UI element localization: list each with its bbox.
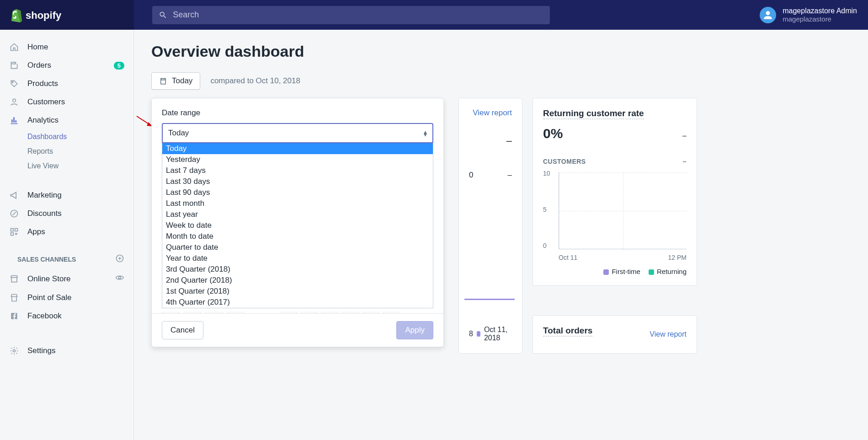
sidebar-item-customers[interactable]: Customers (0, 93, 133, 111)
peek-card: View report – 0 – 8 Oct 11, 2018 (458, 98, 522, 354)
metric-value: 0 (469, 171, 473, 180)
user-icon (762, 9, 774, 21)
total-orders-card: Total orders View report (533, 315, 697, 354)
y-tick: 10 (543, 170, 550, 177)
cal-day[interactable]: 28 (342, 312, 358, 313)
date-range-button[interactable]: Today (151, 72, 200, 90)
date-range-select[interactable]: Today ▴▾ (162, 123, 433, 142)
y-tick: 5 (543, 206, 550, 213)
cards-row: View report – 0 – 8 Oct 11, 2018 (458, 98, 697, 354)
sidebar-item-label: Facebook (27, 311, 62, 321)
apply-button[interactable]: Apply (396, 321, 433, 339)
option-quarter-to-date[interactable]: Quarter to date (162, 242, 433, 253)
right-column: Returning customer rate 0% – CUSTOMERS –… (533, 98, 697, 354)
option-last-year[interactable]: Last year (162, 209, 433, 220)
layout: Home Orders 5 Products Customers Analyti… (0, 30, 868, 440)
subnav-dashboards[interactable]: Dashboards (27, 129, 133, 144)
legend-swatch-icon (603, 269, 609, 275)
main: Overview dashboard Today compared to Oct… (134, 30, 868, 440)
peek-legend-label: Oct 11, 2018 (484, 326, 512, 342)
option-last-30-days[interactable]: Last 30 days (162, 176, 433, 187)
cal-day[interactable]: 29 (184, 312, 201, 313)
shopify-logo[interactable]: shopify (0, 0, 134, 30)
sidebar-item-label: Settings (27, 346, 55, 355)
option-2nd-quarter-2018[interactable]: 2nd Quarter (2018) (162, 275, 433, 286)
option-month-to-date[interactable]: Month to date (162, 231, 433, 242)
option-4th-quarter-2017[interactable]: 4th Quarter (2017) (162, 297, 433, 308)
legend-item-returning: Returning (649, 268, 687, 275)
sidebar-item-analytics[interactable]: Analytics (0, 111, 133, 129)
view-report-link[interactable]: View report (469, 108, 512, 118)
svg-line-10 (137, 116, 152, 126)
gear-icon (9, 346, 19, 356)
sidebar-item-label: Online Store (27, 274, 71, 284)
sidebar-item-orders[interactable]: Orders 5 (0, 56, 133, 75)
cal-day[interactable]: 29 (363, 312, 379, 313)
analytics-icon (9, 115, 19, 125)
customers-label: CUSTOMERS – (543, 158, 687, 165)
peek-partial-number: 8 (469, 330, 473, 338)
subnav-reports[interactable]: Reports (27, 144, 133, 159)
add-channel-button[interactable] (115, 254, 124, 264)
subnav-live-view[interactable]: Live View (27, 159, 133, 173)
search-box[interactable] (152, 6, 550, 24)
option-today[interactable]: Today (162, 143, 433, 154)
sidebar-item-label: Products (27, 79, 58, 88)
legend-label: Returning (657, 268, 687, 275)
legend-item-first-time: First-time (603, 268, 640, 275)
eye-icon (115, 273, 124, 282)
sidebar-item-discounts[interactable]: Discounts (0, 204, 133, 223)
sidebar-item-marketing[interactable]: Marketing (0, 186, 133, 204)
sidebar-item-settings[interactable]: Settings (0, 342, 133, 360)
select-caret-icon: ▴▾ (424, 130, 427, 136)
option-1st-quarter-2018[interactable]: 1st Quarter (2018) (162, 286, 433, 297)
nav-section-channels: SALES CHANNELS Online Store Point of Sal… (0, 254, 133, 325)
cal-day[interactable]: 31 (227, 312, 245, 313)
sidebar-item-products[interactable]: Products (0, 75, 133, 93)
home-icon (9, 42, 19, 52)
calendar-icon (159, 77, 167, 85)
svg-point-2 (13, 99, 16, 102)
option-year-to-date[interactable]: Year to date (162, 253, 433, 264)
cancel-button[interactable]: Cancel (162, 321, 203, 339)
sidebar-item-online-store[interactable]: Online Store (0, 269, 133, 289)
returning-customer-card: Returning customer rate 0% – CUSTOMERS –… (533, 98, 697, 286)
cal-day[interactable]: 26 (301, 312, 317, 313)
compared-text: compared to Oct 10, 2018 (210, 76, 300, 86)
search-input[interactable] (173, 10, 543, 20)
sidebar-item-label: Customers (27, 97, 65, 107)
popover-footer: Cancel Apply (152, 313, 443, 347)
option-last-month[interactable]: Last month (162, 198, 433, 209)
cal-day[interactable]: 30 (383, 312, 399, 313)
view-report-link[interactable]: View report (650, 330, 687, 338)
sidebar-item-facebook[interactable]: Facebook (0, 307, 133, 325)
plus-circle-icon (115, 254, 124, 263)
legend-label: First-time (612, 268, 640, 275)
calendar-peek-row: 28 29 30 31 25 26 27 28 29 (162, 308, 433, 313)
option-last-7-days[interactable]: Last 7 days (162, 165, 433, 176)
popover-body[interactable]: Date range Today ▴▾ Today Yesterday Last… (152, 98, 443, 313)
metric-dash: – (469, 135, 512, 147)
sidebar-item-apps[interactable]: Apps (0, 223, 133, 241)
user-menu[interactable]: mageplazastore Admin mageplazastore (749, 7, 868, 23)
metric-dash2: – (508, 171, 512, 180)
metric-row: 0 – (469, 171, 512, 180)
pos-icon (9, 293, 19, 303)
sidebar-item-pos[interactable]: Point of Sale (0, 289, 133, 307)
cal-day[interactable]: 28 (162, 312, 179, 313)
cal-day[interactable]: 30 (205, 312, 223, 313)
option-3rd-quarter-2018[interactable]: 3rd Quarter (2018) (162, 264, 433, 275)
sidebar-item-home[interactable]: Home (0, 38, 133, 56)
option-week-to-date[interactable]: Week to date (162, 220, 433, 231)
view-store-button[interactable] (115, 273, 124, 284)
legend-swatch-icon (649, 269, 654, 275)
peek-legend: 8 Oct 11, 2018 (469, 326, 512, 342)
option-yesterday[interactable]: Yesterday (162, 154, 433, 165)
cal-day[interactable]: 27 (322, 312, 338, 313)
metric-dash: – (682, 132, 687, 140)
cal-day[interactable]: 25 (281, 312, 297, 313)
user-name: mageplazastore Admin (783, 7, 857, 15)
card-title: Returning customer rate (543, 108, 644, 119)
option-last-90-days[interactable]: Last 90 days (162, 187, 433, 198)
sidebar-item-label: Marketing (27, 191, 62, 200)
